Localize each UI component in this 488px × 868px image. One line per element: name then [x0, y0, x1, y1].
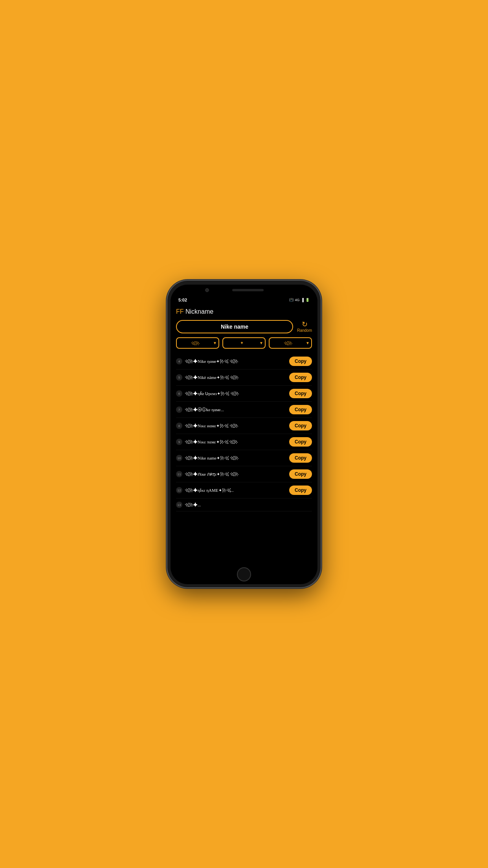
filter-2-text: ✦ — [225, 340, 259, 346]
item-number: 4 — [176, 358, 182, 364]
item-text: ꧁꧂✦Ⓝ①ke ηαмe... — [185, 407, 287, 412]
item-text: ꧁꧂✦Nïke ηαмe✦꧂꧁ ꧁꧂ — [185, 359, 287, 364]
item-number: 12 — [176, 487, 182, 493]
item-text: ꧁꧂✦Nικε иαмε✦꧂꧁ ꧁꧂ — [185, 423, 287, 428]
filter-1-text: ꧁꧂ — [178, 341, 212, 346]
list-item: 7 ꧁꧂✦Ⓝ①ke ηαмe... Copy — [176, 402, 312, 418]
app-title: FF Nickname — [176, 308, 213, 315]
phone-screen: 5:02 📳 4G ▐ 🔋 FF Nickname Nike name — [171, 285, 317, 584]
search-input[interactable]: Nike name — [176, 320, 293, 333]
copy-button[interactable]: Copy — [289, 373, 312, 382]
random-label: Random — [297, 328, 312, 333]
notch-bar — [171, 285, 317, 296]
item-number: 9 — [176, 439, 182, 445]
item-number: 13 — [176, 502, 182, 508]
random-button[interactable]: ↻ Random — [297, 321, 312, 333]
copy-button[interactable]: Copy — [289, 389, 312, 398]
battery-icon: 🔋 — [305, 298, 310, 302]
item-text: ꧁꧂✦Nike name✦꧂꧁ ꧁꧂ — [185, 456, 287, 461]
chevron-down-icon-1: ▼ — [213, 341, 217, 345]
camera-notch — [205, 288, 209, 292]
list-item: 10 ꧁꧂✦Nike name✦꧂꧁ ꧁꧂ Copy — [176, 450, 312, 466]
app-header: FF Nickname — [176, 308, 312, 315]
item-number: 6 — [176, 390, 182, 397]
item-number: 8 — [176, 423, 182, 429]
list-item: 6 ꧁꧂✦ηƙe Ʋрємз✦꧂꧁ ꧁꧂ Copy — [176, 386, 312, 402]
list-item: 9 ꧁꧂✦Nικε παмε✦꧂꧁ ꧁꧂ Copy — [176, 434, 312, 450]
copy-button[interactable]: Copy — [289, 469, 312, 479]
list-item: 4 ꧁꧂✦Nïke ηαмe✦꧂꧁ ꧁꧂ Copy — [176, 353, 312, 370]
speaker-notch — [232, 289, 264, 291]
copy-button[interactable]: Copy — [289, 453, 312, 463]
item-text: ꧁꧂✦Nικε παмε✦꧂꧁ ꧁꧂ — [185, 440, 287, 445]
list-item: 13 ꧁꧂✦... — [176, 498, 312, 511]
item-number: 7 — [176, 406, 182, 413]
random-icon: ↻ — [302, 321, 308, 328]
phone-frame: 5:02 📳 4G ▐ 🔋 FF Nickname Nike name — [167, 281, 321, 587]
chevron-down-icon-3: ▼ — [306, 341, 310, 345]
home-button[interactable] — [237, 567, 251, 581]
item-text: ꧁꧂✦ภเке ภคҭε✦꧂꧁ ꧁꧂ — [185, 471, 287, 478]
filter-button-2[interactable]: ✦ ▼ — [222, 337, 266, 349]
vibrate-icon: 📳 — [289, 298, 294, 302]
copy-button[interactable]: Copy — [289, 485, 312, 495]
title-ff: FF — [176, 308, 184, 315]
item-text: ꧁꧂✦Nïkë näme✦꧂꧁ ꧁꧂ — [185, 375, 287, 380]
title-rest: Nickname — [185, 308, 213, 315]
item-text: ꧁꧂✦ηƙe Ʋрємз✦꧂꧁ ꧁꧂ — [185, 391, 287, 396]
nickname-list: 4 ꧁꧂✦Nïke ηαмe✦꧂꧁ ꧁꧂ Copy 5 ꧁꧂✦Nïkë näme… — [176, 353, 312, 565]
filter-3-text: ꧁꧂ — [271, 341, 305, 346]
copy-button[interactable]: Copy — [289, 421, 312, 430]
app-content: FF Nickname Nike name ↻ Random ꧁꧂ ▼ — [171, 304, 317, 565]
list-item: 8 ꧁꧂✦Nικε иαмε✦꧂꧁ ꧁꧂ Copy — [176, 418, 312, 434]
chevron-down-icon-2: ▼ — [259, 341, 263, 345]
item-text: ꧁꧂✦... — [185, 502, 312, 507]
item-number: 10 — [176, 455, 182, 461]
home-area — [171, 565, 317, 584]
status-time: 5:02 — [178, 298, 187, 302]
copy-button[interactable]: Copy — [289, 357, 312, 366]
list-item: 12 ꧁꧂✦ηΪκε ηΑΜΕ✦꧂꧁... Copy — [176, 482, 312, 498]
item-number: 11 — [176, 471, 182, 477]
status-bar: 5:02 📳 4G ▐ 🔋 — [171, 296, 317, 304]
list-item: 11 ꧁꧂✦ภเке ภคҭε✦꧂꧁ ꧁꧂ Copy — [176, 466, 312, 482]
status-icons: 📳 4G ▐ 🔋 — [289, 298, 310, 302]
filter-button-3[interactable]: ꧁꧂ ▼ — [269, 337, 312, 349]
wifi-icon: ▐ — [301, 298, 304, 302]
signal-4g-icon: 4G — [295, 298, 300, 302]
search-row: Nike name ↻ Random — [176, 320, 312, 333]
filter-button-1[interactable]: ꧁꧂ ▼ — [176, 337, 219, 349]
item-number: 5 — [176, 374, 182, 381]
item-text: ꧁꧂✦ηΪκε ηΑΜΕ✦꧂꧁... — [185, 488, 287, 493]
copy-button[interactable]: Copy — [289, 437, 312, 447]
list-item: 5 ꧁꧂✦Nïkë näme✦꧂꧁ ꧁꧂ Copy — [176, 370, 312, 386]
filter-row: ꧁꧂ ▼ ✦ ▼ ꧁꧂ ▼ — [176, 337, 312, 349]
copy-button[interactable]: Copy — [289, 405, 312, 414]
